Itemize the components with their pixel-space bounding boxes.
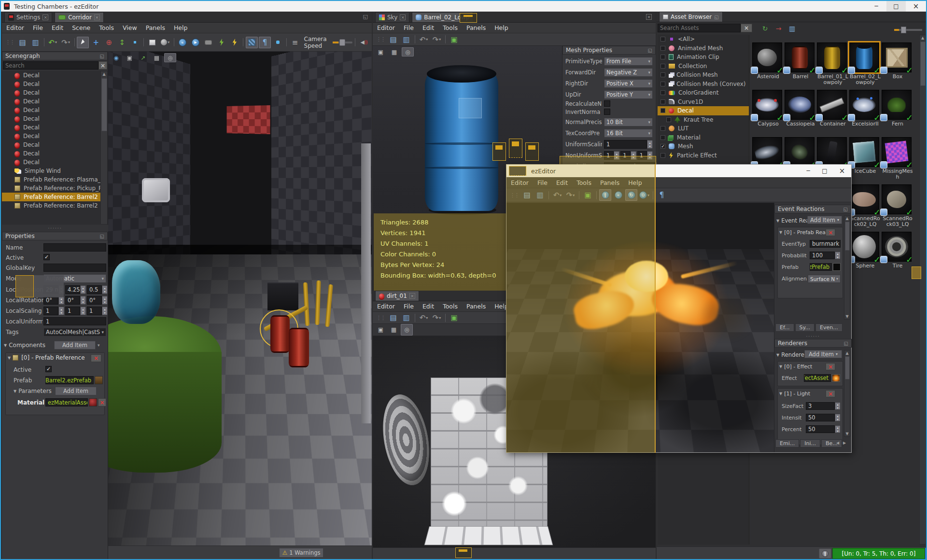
tab-0[interactable]: Ef... [775, 323, 794, 332]
scenegraph-item[interactable]: Decal [2, 140, 100, 149]
collapse-caret-icon[interactable]: ▼ [779, 230, 782, 235]
name-field[interactable] [43, 243, 106, 252]
collapse-caret-icon[interactable]: ▼ [4, 343, 7, 348]
type-checkbox[interactable] [660, 72, 665, 77]
maximize-button[interactable]: □ [886, 1, 906, 12]
localposition-stepper[interactable]: 0.5▴▾ [87, 285, 107, 294]
asset-tire[interactable]: ✓Tire [882, 232, 913, 269]
asset-type-material[interactable]: Material [658, 133, 749, 142]
undo-button[interactable]: ↶▾ [418, 312, 430, 323]
redo-button[interactable]: ↷▾ [431, 312, 443, 323]
asset-type--all-[interactable]: <All> [658, 35, 749, 44]
collapse-caret-icon[interactable]: ▼ [779, 364, 782, 369]
chevron-down-icon[interactable]: ▾ [98, 343, 100, 348]
scenegraph-item[interactable]: Simple Wind [2, 167, 100, 175]
asset-thumbnail[interactable]: ✓ [752, 90, 782, 120]
menu-editor[interactable]: Editor [373, 23, 399, 33]
delete-component-button[interactable]: × [91, 354, 101, 362]
menu-panels[interactable]: Panels [141, 23, 169, 33]
prefab-thumbnail-button[interactable] [833, 263, 841, 271]
camera-icon[interactable]: ◎ [164, 53, 176, 62]
export-asset-button[interactable]: ▣ [448, 312, 460, 323]
asset-type-particle-effect[interactable]: Particle Effect [658, 151, 749, 160]
type-checkbox[interactable] [660, 108, 665, 113]
asset-thumbnail[interactable]: ✓ [849, 232, 879, 262]
effect-thumbnail-button[interactable] [832, 374, 840, 382]
close-button[interactable]: × [833, 165, 851, 177]
simulate-button[interactable]: ▶ [189, 37, 201, 48]
type-checkbox[interactable] [660, 126, 665, 131]
collapse-caret-icon[interactable]: ▼ [14, 389, 16, 393]
stepper-arrows[interactable]: ▴▾ [102, 307, 107, 315]
menu-editor[interactable]: Editor [373, 301, 399, 311]
type-checkbox[interactable] [666, 117, 671, 122]
asset-thumbnail[interactable]: ✓ [849, 137, 879, 167]
scenegraph-item[interactable]: Decal [2, 114, 100, 123]
delete-material-button[interactable]: × [98, 398, 106, 406]
delete-reaction-button[interactable]: × [826, 229, 835, 236]
asset-thumbnail[interactable]: ✓ [785, 137, 815, 167]
asset-thumbnail[interactable]: ✓ [882, 42, 912, 72]
collapse-caret-icon[interactable]: ▼ [8, 356, 11, 360]
screenshot-icon[interactable]: ▦ [388, 324, 400, 336]
dropdown[interactable]: Positive X▾ [604, 79, 653, 88]
globalkey-field[interactable] [43, 264, 106, 272]
type-checkbox[interactable] [660, 90, 665, 95]
probability-stepper[interactable]: 100▴▾ [810, 252, 841, 259]
primitive-box-button[interactable] [146, 37, 158, 48]
menu-editor[interactable]: Editor [2, 23, 28, 33]
event-panel-scrollbar[interactable]: ▲ ▼ [844, 215, 850, 320]
menu-view[interactable]: View [118, 23, 141, 33]
asset-type-decal[interactable]: Decal [658, 106, 749, 115]
alignment-dropdown[interactable]: Surface Nor▾ [808, 275, 841, 283]
mute-sound-button[interactable]: ◀)) [358, 37, 370, 48]
asset-barrel[interactable]: ✓Barrel [785, 42, 816, 80]
toolbar-grip[interactable]: ⋮⋮ [5, 39, 14, 45]
prefab-browse-button[interactable] [95, 376, 103, 384]
asset-type-collision-mesh[interactable]: Collision Mesh [658, 70, 749, 80]
asset-box[interactable]: ✓Box [882, 42, 913, 80]
prefab-asset-field[interactable]: rk.ezPrefab [810, 263, 832, 271]
screenshot-icon[interactable]: ▦ [151, 53, 163, 62]
asset-barrel_02_lowpoly[interactable]: ✓Barrel_02_Lowpoly [849, 42, 881, 85]
layers-icon[interactable]: ▣ [124, 53, 136, 62]
stepper-arrows[interactable]: ▴▾ [80, 307, 86, 315]
asset-grid-scrollbar[interactable]: ▲ [919, 35, 926, 545]
type-checkbox[interactable] [660, 153, 665, 158]
tab-scroll-left-icon[interactable]: ◀ [836, 440, 839, 446]
expand-icon[interactable]: ↗ [137, 53, 149, 62]
stepper-arrows[interactable]: ▴▾ [102, 285, 107, 294]
asset-cassiopeia[interactable]: ✓Cassiopeia [785, 90, 816, 127]
checkbox[interactable] [604, 100, 610, 107]
asset-type-animation-clip[interactable]: Animation Clip [658, 53, 749, 62]
save-button[interactable]: ▤ [387, 34, 399, 45]
menu-tools[interactable]: Tools [95, 23, 118, 33]
menu-scene[interactable]: Scene [68, 23, 95, 33]
red-barrel-2[interactable] [289, 328, 309, 367]
localscaling-stepper[interactable]: 1▴▾ [87, 307, 107, 315]
export-asset-button[interactable]: ▣ [448, 34, 460, 45]
tab-scroll-right-icon[interactable]: ▶ [843, 440, 846, 446]
asset-thumbnail[interactable]: ✓ [882, 137, 912, 167]
delete-renderer-button[interactable]: × [826, 363, 835, 370]
maximize-button[interactable]: □ [816, 165, 833, 177]
menu-edit[interactable]: Edit [47, 23, 68, 33]
add-renderer-button[interactable]: Add Item▾ [804, 350, 842, 358]
asset-type-collision-mesh-convex-[interactable]: Collision Mesh (Convex) [658, 80, 749, 89]
localposition-stepper[interactable]: 4.25▴▾ [65, 285, 86, 294]
tab-close-icon[interactable]: × [400, 14, 406, 20]
asset-thumbnail[interactable]: ✓ [817, 42, 847, 72]
scenegraph-item[interactable]: Decal [2, 123, 100, 132]
collapse-caret-icon[interactable]: ▼ [776, 219, 779, 223]
asset-thumbnail[interactable]: ✓ [882, 184, 912, 214]
scenegraph-item[interactable]: Prefab Reference: Pickup_P [2, 184, 100, 193]
gamepad-mode-button[interactable] [202, 37, 214, 48]
scenegraph-item[interactable]: Decal [2, 149, 100, 158]
intensity-stepper[interactable]: 50▴▾ [806, 414, 841, 421]
refresh-assets-icon[interactable]: ↻ [759, 23, 771, 34]
tab-1[interactable]: Sy... [795, 323, 815, 332]
redo-button[interactable]: ↷▾ [431, 34, 443, 45]
tab-asset-browser[interactable]: Asset Browser ◱ [659, 12, 723, 22]
localscaling-stepper[interactable]: 1▴▾ [43, 307, 64, 315]
red-barrel-1[interactable] [270, 315, 290, 353]
